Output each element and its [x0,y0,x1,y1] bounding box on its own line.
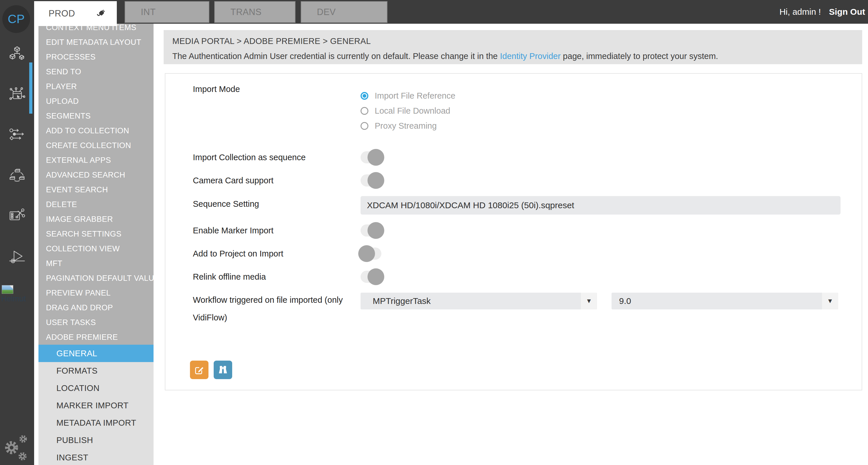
sidebar-item-send-to[interactable]: SEND TO [38,64,154,79]
chevron-down-icon: ▼ [827,297,833,305]
sidebar-item-collection-view[interactable]: COLLECTION VIEW [38,242,154,256]
workflow-task-dropdown[interactable]: MPTriggerTask ▼ [361,293,597,309]
add-to-project-toggle[interactable] [361,248,381,260]
user-area: Hi, admin ! Sign Out [779,0,865,24]
sidebar-item-event-search[interactable]: EVENT SEARCH [38,183,154,197]
icon-rail: CP [0,0,34,465]
helmut-label: Helmut [1,294,33,303]
relink-offline-media-label: Relink offline media [193,271,266,282]
sidebar-item-segments[interactable]: SEGMENTS [38,109,154,123]
edit-icon [194,364,205,375]
warning-text-prefix: The Authentication Admin User credential… [172,52,500,61]
sidebar-item-mft[interactable]: MFT [38,256,154,271]
adobe-premiere-submenu: GENERAL FORMATS LOCATION MARKER IMPORT M… [38,345,154,465]
tab-trans-label: TRANS [230,7,262,17]
sidebar-item-player[interactable]: PLAYER [38,79,154,94]
workflow-icon[interactable] [9,127,25,143]
sidebar-item-drag-and-drop[interactable]: DRAG AND DROP [38,301,154,315]
import-mode-label: Import Mode [193,83,240,95]
radio-unselected-icon[interactable] [361,107,368,115]
sidebar-item-external-apps[interactable]: EXTERNAL APPS [38,153,154,168]
tab-trans[interactable]: TRANS [214,1,296,23]
chevron-down-icon: ▼ [586,297,592,305]
relink-offline-media-toggle[interactable] [361,271,381,283]
tab-prod-label: PROD [49,8,75,19]
submenu-item-publish[interactable]: PUBLISH [38,431,154,449]
sidebar-item-create-collection[interactable]: CREATE COLLECTION [38,138,154,153]
page-banner: MEDIA PORTAL > ADOBE PREMIERE > GENERAL … [164,30,862,64]
dropdown-arrow-box: ▼ [581,293,597,309]
media-portal-icon[interactable] [9,86,25,102]
tab-prod[interactable]: PROD [32,1,117,26]
breadcrumb: MEDIA PORTAL > ADOBE PREMIERE > GENERAL [172,36,371,46]
sidebar-item-adobe-premiere[interactable]: ADOBE PREMIERE [38,330,154,345]
submenu-item-ingest[interactable]: INGEST [38,449,154,465]
edit-button[interactable] [190,361,209,379]
workflow-version-dropdown[interactable]: 9.0 ▼ [612,293,838,309]
tab-dev[interactable]: DEV [301,1,388,23]
toggle-knob [368,172,384,189]
sidebar-item-pagination-default-value[interactable]: PAGINATION DEFAULT VALUE [38,271,154,286]
enable-marker-import-label: Enable Marker Import [193,225,274,236]
camera-card-toggle[interactable] [361,175,381,187]
submenu-item-general[interactable]: GENERAL [38,345,154,362]
sidebar-item-edit-metadata-layout[interactable]: EDIT METADATA LAYOUT [38,35,154,50]
toggle-knob [368,149,384,166]
player-icon[interactable] [9,248,25,264]
submenu-item-location[interactable]: LOCATION [38,379,154,397]
radio-unselected-icon[interactable] [361,122,368,130]
import-collection-label: Import Collection as sequence [193,152,306,163]
sidebar-item-delete[interactable]: DELETE [38,197,154,212]
radio-proxy-streaming[interactable]: Proxy Streaming [361,121,437,131]
sign-out-link[interactable]: Sign Out [829,7,865,17]
sidebar-item-upload[interactable]: UPLOAD [38,94,154,109]
sidebar-item-preview-panel[interactable]: PREVIEW PANEL [38,286,154,301]
enable-marker-import-toggle[interactable] [361,224,381,237]
modules-icon[interactable] [9,46,25,62]
submenu-item-metadata-import[interactable]: METADATA IMPORT [38,414,154,431]
camera-card-label: Camera Card support [193,175,274,186]
sidebar-item-user-tasks[interactable]: USER TASKS [38,315,154,330]
user-greeting: Hi, admin ! [779,7,821,17]
plug-icon [95,7,107,19]
sequence-setting-input[interactable] [361,196,840,215]
radio-local-file-download[interactable]: Local File Download [361,106,450,116]
gears-icon[interactable] [2,433,31,464]
find-button[interactable] [214,361,232,379]
sidebar-item-search-settings[interactable]: SEARCH SETTINGS [38,227,154,242]
workflow-trigger-label: Workflow triggered on file imported (onl… [193,291,359,327]
radio-selected-icon[interactable] [361,92,368,100]
settings-menu: CONTEXT MENU ITEMS EDIT METADATA LAYOUT … [38,20,154,345]
warning-text-suffix: page, immediately to protect your system… [561,52,718,61]
tab-int[interactable]: INT [125,1,209,23]
sidebar-item-processes[interactable]: PROCESSES [38,50,154,64]
toggle-knob [358,245,375,262]
identity-provider-link[interactable]: Identity Provider [500,52,561,61]
tab-dev-label: DEV [317,7,336,17]
image-grabber-icon[interactable] [9,207,25,223]
add-to-project-label: Add to Project on Import [193,248,283,259]
import-collection-toggle[interactable] [361,151,381,163]
general-settings-card: Import Mode Import File Reference Local … [165,73,862,391]
broken-image-icon [2,285,13,294]
submenu-item-marker-import[interactable]: MARKER IMPORT [38,397,154,414]
toggle-knob [368,222,384,239]
dropdown-arrow-box: ▼ [822,293,838,309]
sidebar-item-advanced-search[interactable]: ADVANCED SEARCH [38,168,154,183]
binoculars-icon [217,364,228,375]
submenu-item-formats[interactable]: FORMATS [38,362,154,379]
collections-icon[interactable] [9,167,25,183]
helmut-app-link[interactable]: Helmut [1,285,33,303]
toggle-knob [368,268,384,285]
tab-int-label: INT [141,7,156,17]
active-section-indicator [29,62,32,114]
sidebar-item-add-to-collection[interactable]: ADD TO COLLECTION [38,123,154,138]
credential-warning: The Authentication Admin User credential… [172,52,718,61]
sequence-setting-label: Sequence Setting [193,198,259,210]
cp-logo: CP [2,5,30,33]
sidebar-item-image-grabber[interactable]: IMAGE GRABBER [38,212,154,227]
radio-import-file-reference[interactable]: Import File Reference [361,91,455,101]
